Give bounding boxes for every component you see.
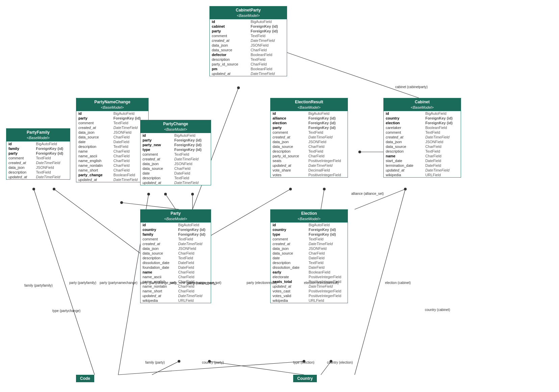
- table-row: descriptionTextField: [141, 256, 211, 260]
- table-row: created_atDateTimeField: [141, 241, 211, 246]
- table-row: foundation_dateDateField: [141, 265, 211, 270]
- table-row: idBigAutoField: [141, 133, 211, 138]
- table-header-cabinetparty: CabinetParty <BaseModel>: [210, 6, 287, 19]
- svg-point-5: [53, 188, 55, 190]
- table-row: party_id_sourceCharField: [210, 62, 287, 67]
- connector-label-country-election: country (election): [327, 361, 353, 364]
- table-cabinetparty: CabinetParty <BaseModel> idBigAutoField …: [209, 6, 287, 76]
- table-cabinet: Cabinet <BaseModel> idBigAutoField count…: [383, 98, 461, 178]
- table-model: <BaseModel>: [273, 216, 346, 221]
- table-row: created_atDateTimeField: [6, 160, 70, 165]
- table-row: data_sourceCharField: [76, 135, 148, 139]
- table-row: caretakerBooleanField: [384, 125, 461, 130]
- table-row: name_asciiCharField: [141, 275, 211, 279]
- table-row: partyForeignKey (id): [6, 151, 70, 156]
- table-row: partyForeignKey (id): [76, 116, 148, 121]
- table-row: data_sourceCharField: [271, 251, 348, 256]
- table-row: idBigAutoField: [271, 223, 348, 227]
- table-row: updated_atDateTimeField: [141, 180, 211, 185]
- table-row: dissolution_dateDateField: [271, 265, 348, 270]
- table-row: idBigAutoField: [384, 111, 461, 116]
- table-row: termination_dateDateField: [384, 163, 461, 168]
- table-row: descriptionTextField: [141, 176, 211, 180]
- table-row: countryForeignKey (id): [141, 227, 211, 232]
- connector-label-family-party: family (party): [145, 361, 165, 364]
- table-name: ElectionResult: [273, 100, 346, 105]
- table-header-partychange: PartyChange <BaseModel>: [141, 120, 211, 133]
- table-row: idBigAutoField: [76, 111, 148, 116]
- table-row: idBigAutoField: [210, 19, 287, 24]
- table-row: updated_atDateTimeField: [384, 168, 461, 173]
- table-row: wikipediaURLField: [271, 298, 348, 303]
- table-row: partyForeignKey (id): [210, 29, 287, 33]
- table-row: data_sourceCharField: [141, 251, 211, 256]
- table-row: name_shortCharField: [141, 289, 211, 293]
- table-row: name_asciiCharField: [76, 154, 148, 158]
- table-row: wikipediaURLField: [384, 173, 461, 177]
- table-row: countryForeignKey (id): [271, 227, 348, 232]
- connector-label-type-partychange: type (partychange): [52, 309, 80, 313]
- table-model: <BaseModel>: [143, 127, 209, 132]
- svg-point-9: [164, 193, 167, 195]
- table-row: typeForeignKey (id): [271, 232, 348, 237]
- connector-label-cabinet-cabinetparty: cabinet (cabinetparty): [395, 85, 428, 89]
- svg-line-4: [54, 189, 140, 253]
- table-row: updated_atDateTimeField: [210, 71, 287, 76]
- svg-point-30: [32, 188, 35, 190]
- table-row: name_shortCharField: [76, 168, 148, 173]
- table-row: created_atDateTimeField: [271, 241, 348, 246]
- table-row: familyForeignKey (id): [6, 146, 70, 151]
- table-row: commentTextField: [210, 33, 287, 38]
- table-row: defectorBooleanField: [210, 52, 287, 57]
- table-row: cabinetForeignKey (id): [210, 24, 287, 29]
- table-model: <BaseModel>: [386, 105, 459, 110]
- bottom-label-country: Country: [293, 375, 317, 382]
- table-row: updated_atDateTimeField: [271, 163, 348, 168]
- connector-label-election-electionresult: election (electionresult): [304, 281, 339, 285]
- table-row: earlyBooleanField: [271, 270, 348, 275]
- table-row: dateDateField: [141, 171, 211, 176]
- table-row: commentTextField: [6, 156, 70, 160]
- table-election: Election <BaseModel> idBigAutoField coun…: [270, 209, 348, 303]
- table-row: commentTextField: [141, 237, 211, 241]
- table-header-election: Election <BaseModel>: [271, 210, 348, 223]
- table-electionresult: ElectionResult <BaseModel> idBigAutoFiel…: [270, 98, 348, 178]
- table-row: created_atDateTimeField: [210, 38, 287, 43]
- table-row: data_jsonJSONField: [271, 139, 348, 144]
- table-name: Election: [273, 211, 346, 216]
- svg-point-11: [191, 193, 194, 195]
- table-row: descriptionTextField: [6, 170, 70, 175]
- svg-line-8: [166, 194, 176, 209]
- table-row: electionForeignKey (id): [384, 121, 461, 125]
- table-row: dateDateField: [76, 139, 148, 144]
- connector-label-party-new-partychange-new-set: party_new (partychange_new_set): [170, 281, 221, 285]
- table-row: descriptionTextField: [76, 144, 148, 149]
- table-row: countryForeignKey (id): [384, 116, 461, 121]
- table-row: data_jsonJSONField: [271, 246, 348, 251]
- table-row: idBigAutoField: [6, 141, 70, 146]
- table-row: idBigAutoField: [271, 111, 348, 116]
- table-row: votes_validPositiveIntegerField: [271, 293, 348, 298]
- table-row: nameCharField: [141, 270, 211, 275]
- table-row: data_jsonJSONField: [210, 43, 287, 48]
- table-row: party_newForeignKey (id): [141, 142, 211, 147]
- table-row: idBigAutoField: [141, 223, 211, 227]
- table-row: commentTextField: [271, 130, 348, 135]
- table-header-cabinet: Cabinet <BaseModel>: [384, 98, 461, 111]
- table-name: PartyNameChange: [78, 100, 146, 105]
- table-model: <BaseModel>: [273, 105, 346, 110]
- connector-label-party-electionresult: party (electionresult): [247, 281, 277, 285]
- table-model: <BaseModel>: [212, 13, 285, 18]
- table-row: commentTextField: [384, 130, 461, 135]
- table-row: vote_shareDecimalField: [271, 168, 348, 173]
- table-row: nameCharField: [76, 149, 148, 154]
- table-row: electionForeignKey (id): [271, 121, 348, 125]
- table-row: data_sourceCharField: [384, 144, 461, 149]
- table-row: commentTextField: [271, 237, 348, 241]
- table-row: data_jsonJSONField: [76, 130, 148, 135]
- table-row: allianceForeignKey (id): [271, 116, 348, 121]
- connector-label-alliance-alliance-set: alliance (alliance_set): [351, 192, 384, 195]
- svg-line-2: [267, 46, 419, 98]
- diagram-container: CabinetParty <BaseModel> idBigAutoField …: [0, 0, 559, 392]
- table-row: data_jsonJSONField: [6, 165, 70, 170]
